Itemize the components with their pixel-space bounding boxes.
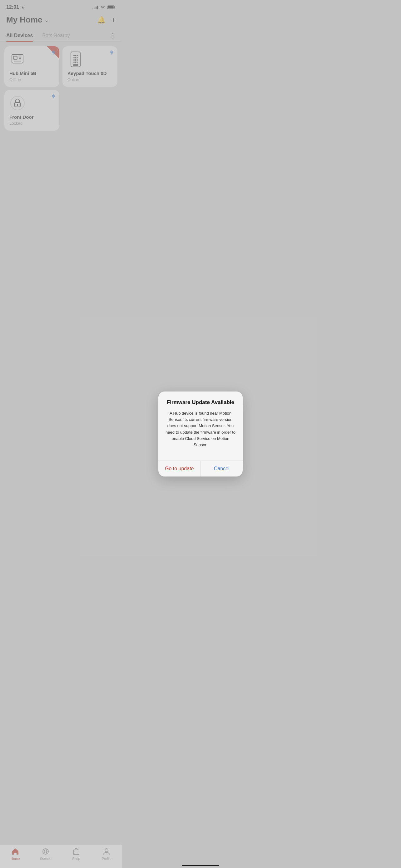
dialog-overlay: Firmware Update Available A Hub device i… <box>0 0 122 264</box>
